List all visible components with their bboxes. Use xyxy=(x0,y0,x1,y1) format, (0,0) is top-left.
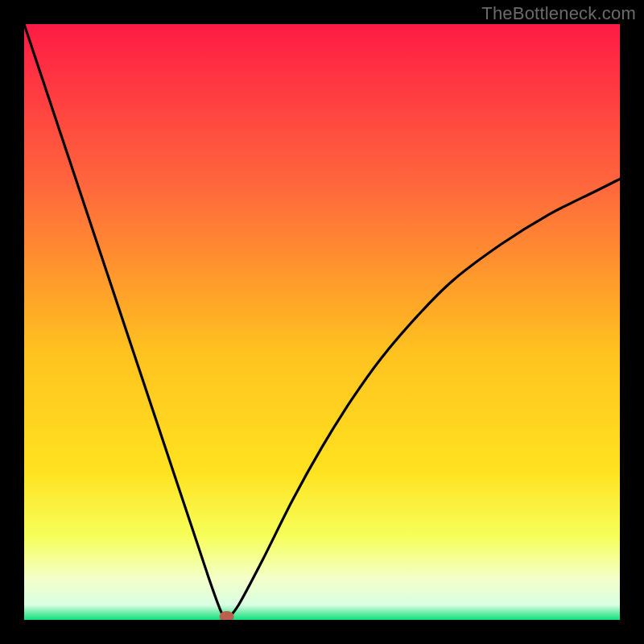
attribution-text: TheBottleneck.com xyxy=(481,3,636,24)
chart-svg xyxy=(24,24,620,620)
chart-frame: TheBottleneck.com xyxy=(0,0,644,644)
plot-area xyxy=(24,24,620,620)
gradient-background xyxy=(24,24,620,620)
